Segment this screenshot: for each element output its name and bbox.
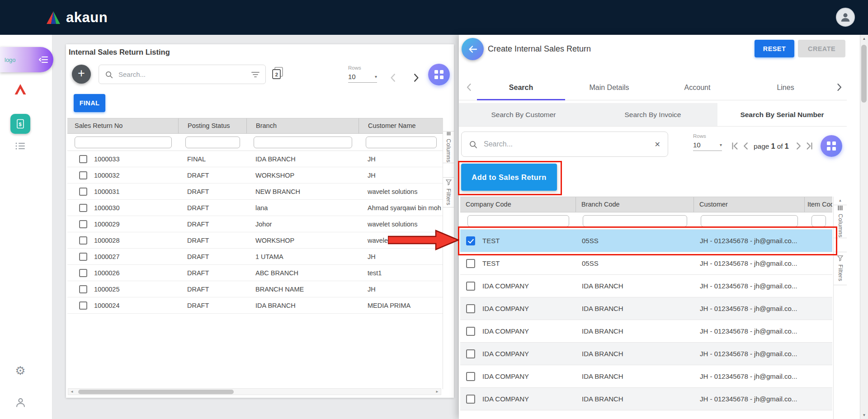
page-scrollbar[interactable]: ▲ ▼	[860, 35, 868, 419]
filter-input-customer[interactable]	[701, 215, 798, 227]
scroll-up-icon[interactable]: ▲	[834, 198, 847, 202]
serial-result-row[interactable]: TEST 05SS JH - 012345678 - jh@gmail.co..…	[460, 230, 832, 252]
sidebar-menu-toggle[interactable]: logo	[0, 47, 53, 72]
subtab-search-by-invoice[interactable]: Search By Invoice	[588, 103, 717, 126]
reset-button[interactable]: RESET	[755, 40, 794, 57]
scroll-right-icon[interactable]: ►	[435, 390, 439, 394]
scroll-up-icon[interactable]: ▲	[860, 37, 868, 41]
sales-return-row[interactable]: 1000033 FINAL IDA BRANCH JH	[67, 151, 443, 167]
sales-return-row[interactable]: 1000029 DRAFT Johor wavelet solutions	[67, 216, 443, 232]
sales-return-row[interactable]: 1000032 DRAFT WORKSHOP JH	[67, 167, 443, 184]
row-checkbox[interactable]	[466, 282, 475, 291]
horizontal-scrollbar[interactable]: ◄ ►	[68, 388, 441, 395]
row-checkbox[interactable]	[79, 285, 87, 293]
column-header-branch[interactable]: Branch	[246, 118, 359, 133]
sales-return-row[interactable]: 1000024 DRAFT IDA BRANCH MEDIA PRIMA	[67, 297, 443, 314]
sales-return-row[interactable]: 1000028 DRAFT WORKSHOP wavelet solutions	[67, 232, 443, 249]
serial-result-row[interactable]: IDA COMPANY IDA BRANCH JH - 012345678 - …	[460, 297, 832, 320]
column-header-customer[interactable]: Customer	[693, 197, 804, 212]
filter-input-item-code[interactable]	[811, 215, 826, 227]
column-header-posting-status[interactable]: Posting Status	[178, 118, 246, 133]
prev-page-button[interactable]	[741, 141, 751, 151]
apps-grid-button[interactable]	[428, 64, 450, 85]
row-checkbox[interactable]	[79, 269, 87, 277]
back-button[interactable]	[462, 38, 484, 60]
tab-search[interactable]: Search	[477, 75, 565, 100]
add-to-sales-return-button[interactable]: Add to Sales Return	[461, 164, 557, 191]
rows-select[interactable]: 10 ▾	[348, 73, 377, 83]
row-checkbox[interactable]	[79, 253, 87, 261]
clear-search-icon[interactable]: ✕	[655, 140, 660, 149]
sales-return-row[interactable]: 1000025 DRAFT BRANCH NAME JH	[67, 281, 443, 297]
row-checkbox[interactable]	[466, 327, 475, 336]
sales-return-row[interactable]: 1000027 DRAFT 1 UTAMA JH	[67, 249, 443, 265]
filters-rail-tab[interactable]: Filters	[834, 252, 847, 285]
row-checkbox[interactable]	[79, 220, 87, 228]
serial-result-row[interactable]: TEST 05SS JH - 012345678 - jh@gmail.co..…	[460, 252, 832, 275]
row-checkbox[interactable]	[466, 349, 475, 358]
scroll-left-icon[interactable]: ◄	[70, 390, 74, 394]
column-header-company-code[interactable]: Company Code	[460, 197, 576, 212]
apps-grid-button[interactable]	[821, 135, 842, 157]
subtab-search-by-customer[interactable]: Search By Customer	[459, 103, 588, 126]
create-button[interactable]: CREATE	[798, 40, 845, 57]
filter-list-icon[interactable]	[251, 71, 259, 78]
filter-input-branch-code[interactable]	[583, 215, 687, 227]
serial-search-input[interactable]	[483, 140, 649, 149]
sidebar-item-settings[interactable]: ⚙	[10, 360, 31, 381]
column-header-customer-name[interactable]: Customer Name	[359, 118, 443, 133]
serial-result-row[interactable]: IDA COMPANY IDA BRANCH JH - 012345678 - …	[460, 320, 832, 343]
next-page-button[interactable]	[793, 141, 803, 151]
tab-account[interactable]: Account	[653, 75, 741, 100]
sidebar-item-app-red[interactable]	[10, 79, 31, 99]
serial-result-row[interactable]: IDA COMPANY IDA BRANCH JH - 012345678 - …	[460, 365, 832, 388]
row-checkbox[interactable]	[466, 304, 475, 313]
next-page-button[interactable]	[410, 72, 421, 83]
duplicate-pages-icon[interactable]: 2	[271, 66, 284, 80]
filter-input-posting-status[interactable]	[185, 137, 240, 148]
column-header-item-code[interactable]: Item Code	[804, 197, 832, 212]
column-header-branch-code[interactable]: Branch Code	[576, 197, 693, 212]
listing-search-input[interactable]	[118, 70, 247, 79]
row-checkbox[interactable]	[79, 204, 87, 212]
sales-return-row[interactable]: 1000030 DRAFT lana Ahmad syarqawi bin mo…	[67, 200, 443, 216]
filters-rail-tab[interactable]: Filters	[443, 177, 454, 207]
row-checkbox[interactable]	[79, 301, 87, 310]
first-page-button[interactable]	[730, 141, 740, 151]
row-checkbox[interactable]	[79, 155, 87, 163]
prev-page-button[interactable]	[388, 72, 399, 83]
filter-input-branch[interactable]	[254, 137, 352, 148]
serial-result-row[interactable]: IDA COMPANY IDA BRANCH JH - 012345678 - …	[460, 388, 832, 410]
row-checkbox[interactable]	[466, 236, 475, 245]
columns-rail-tab[interactable]: Columns	[834, 205, 847, 238]
add-new-button[interactable]: +	[72, 65, 91, 84]
sidebar-item-app-ledger[interactable]: $	[10, 113, 31, 134]
sales-return-row[interactable]: 1000031 DRAFT NEW BRANCH wavelet solutio…	[67, 184, 443, 200]
row-checkbox[interactable]	[466, 259, 475, 268]
serial-result-row[interactable]: IDA COMPANY IDA BRANCH JH - 012345678 - …	[460, 275, 832, 297]
scroll-down-icon[interactable]: ▼	[860, 413, 868, 417]
status-filter-final-button[interactable]: FINAL	[74, 94, 105, 112]
tabs-scroll-left-button[interactable]	[464, 82, 474, 92]
row-checkbox[interactable]	[79, 236, 87, 245]
columns-rail-tab[interactable]: Columns	[443, 131, 454, 163]
filter-input-sales-return-no[interactable]	[75, 137, 172, 148]
filter-input-customer-name[interactable]	[366, 137, 437, 148]
row-checkbox[interactable]	[79, 188, 87, 196]
row-checkbox[interactable]	[466, 395, 475, 404]
rows-select[interactable]: 10 ▾	[693, 141, 722, 151]
tab-main-details[interactable]: Main Details	[565, 75, 653, 100]
row-checkbox[interactable]	[79, 171, 87, 179]
tab-lines[interactable]: Lines	[741, 75, 830, 100]
sidebar-item-profile[interactable]	[10, 392, 31, 413]
last-page-button[interactable]	[804, 141, 814, 151]
subtab-search-by-serial-number[interactable]: Search By Serial Number	[717, 103, 847, 126]
tabs-scroll-right-button[interactable]	[834, 82, 844, 92]
horizontal-scrollbar-thumb[interactable]	[78, 390, 234, 394]
serial-result-row[interactable]: IDA COMPANY IDA BRANCH JH - 012345678 - …	[460, 343, 832, 365]
sidebar-item-list[interactable]	[10, 136, 31, 156]
filter-input-company-code[interactable]	[467, 215, 569, 227]
brand-logo[interactable]: akaun	[45, 0, 108, 35]
sales-return-row[interactable]: 1000026 DRAFT ABC BRANCH test1	[67, 265, 443, 281]
user-avatar[interactable]	[836, 8, 855, 27]
